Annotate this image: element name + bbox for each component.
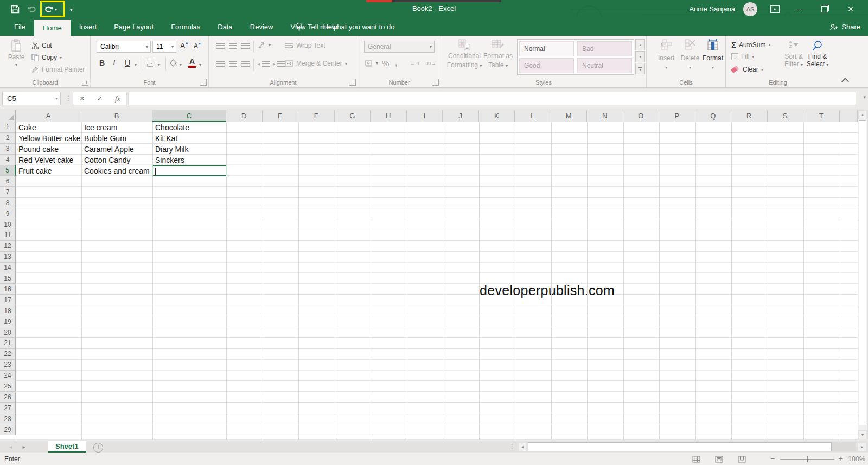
column-header-o[interactable]: O	[623, 110, 660, 122]
align-left-button[interactable]	[216, 61, 225, 67]
font-color-button[interactable]: A	[188, 58, 196, 68]
style-normal[interactable]: Normal	[519, 41, 574, 56]
close-button[interactable]: ×	[839, 0, 863, 18]
bottom-align-button[interactable]	[241, 43, 250, 49]
share-button[interactable]: Share	[829, 18, 860, 36]
cell-B3[interactable]: Caramel Apple	[84, 145, 134, 154]
tab-home[interactable]: Home	[34, 20, 71, 36]
confirm-entry-button[interactable]: ✓	[91, 94, 109, 103]
wrap-text-button[interactable]: Wrap Text	[285, 42, 326, 49]
column-header-stub[interactable]	[840, 110, 858, 122]
horizontal-scroll-track[interactable]	[832, 442, 856, 451]
row-header-4[interactable]: 4	[0, 155, 16, 165]
zoom-out-button[interactable]: −	[770, 454, 775, 463]
clear-dropdown-arrow[interactable]: ▾	[761, 67, 763, 72]
minimize-button[interactable]	[787, 0, 811, 18]
orientation-button[interactable]: ▾	[258, 42, 271, 49]
page-layout-view-button[interactable]	[713, 455, 725, 463]
find-select-button[interactable]: Find & Select ▾	[806, 40, 829, 69]
avatar[interactable]: AS	[743, 2, 757, 16]
autosum-dropdown-arrow[interactable]: ▾	[768, 42, 770, 47]
format-dropdown-arrow[interactable]: ▾	[712, 64, 714, 72]
scroll-left-button[interactable]: ◂	[518, 442, 527, 451]
decrease-indent-button[interactable]: ◂	[258, 61, 270, 67]
row-header-8[interactable]: 8	[0, 198, 16, 208]
sort-filter-button[interactable]: AZ Sort & Filter ▾	[782, 40, 805, 69]
underline-dropdown-arrow[interactable]: ▾	[135, 62, 137, 67]
merge-center-button[interactable]: Merge & Center ▾	[285, 60, 347, 67]
font-size-dropdown-arrow[interactable]: ▾	[171, 44, 174, 49]
row-header-27[interactable]: 27	[0, 403, 16, 413]
number-format-combo[interactable]: General▾	[364, 41, 435, 53]
column-header-l[interactable]: L	[515, 110, 551, 122]
normal-view-button[interactable]	[690, 455, 702, 463]
column-header-m[interactable]: M	[551, 110, 588, 122]
tab-page-layout[interactable]: Page Layout	[105, 18, 162, 36]
row-header-15[interactable]: 15	[0, 273, 16, 284]
formula-bar-expand-button[interactable]: ▾	[863, 94, 866, 100]
row-header-26[interactable]: 26	[0, 392, 16, 403]
gallery-scroll-up-button[interactable]: ▴	[635, 39, 645, 50]
percent-style-button[interactable]: %	[382, 59, 389, 68]
cell-C4[interactable]: Sinckers	[155, 156, 184, 164]
fill-dropdown-arrow[interactable]: ▾	[752, 54, 754, 59]
underline-button[interactable]: U	[125, 59, 130, 67]
row-header-21[interactable]: 21	[0, 338, 16, 349]
gallery-more-button[interactable]: ▾	[635, 63, 645, 74]
column-header-d[interactable]: D	[226, 110, 263, 122]
row-header-29[interactable]: 29	[0, 424, 16, 435]
row-header-16[interactable]: 16	[0, 284, 16, 295]
gallery-scroll-down-button[interactable]: ▾	[635, 51, 645, 62]
row-header-25[interactable]: 25	[0, 381, 16, 392]
cell-A4[interactable]: Red Velvet cake	[18, 156, 73, 164]
grow-font-button[interactable]: A▴	[180, 41, 190, 50]
font-dialog-launcher[interactable]	[200, 79, 207, 86]
row-header-24[interactable]: 24	[0, 371, 16, 381]
row-header-12[interactable]: 12	[0, 241, 16, 252]
user-name[interactable]: Annie Sanjana	[689, 5, 735, 13]
column-header-k[interactable]: K	[479, 110, 515, 122]
cut-button[interactable]: Cut	[31, 42, 52, 49]
column-header-b[interactable]: B	[81, 110, 152, 122]
cell-B1[interactable]: Ice cream	[84, 123, 117, 132]
cell-C3[interactable]: Diary Milk	[155, 145, 188, 154]
style-good[interactable]: Good	[519, 58, 574, 73]
row-header-11[interactable]: 11	[0, 230, 16, 241]
fill-color-dropdown-arrow[interactable]: ▾	[180, 62, 182, 67]
align-center-button[interactable]	[229, 61, 237, 67]
row-header-17[interactable]: 17	[0, 295, 16, 305]
delete-dropdown-arrow[interactable]: ▾	[689, 64, 691, 72]
italic-button[interactable]: I	[113, 59, 116, 67]
row-header-6[interactable]: 6	[0, 176, 16, 187]
shrink-font-button[interactable]: A▾	[194, 42, 203, 50]
clear-button[interactable]: Clear ▾	[731, 66, 763, 73]
number-dialog-launcher[interactable]	[432, 79, 439, 86]
cell-C1[interactable]: Chocolate	[155, 123, 189, 132]
vertical-scroll-thumb[interactable]	[859, 120, 866, 425]
column-header-h[interactable]: H	[371, 110, 407, 122]
restore-button[interactable]	[813, 0, 837, 18]
column-header-q[interactable]: Q	[695, 110, 732, 122]
name-box-dropdown-arrow[interactable]: ▾	[55, 96, 58, 101]
align-right-button[interactable]	[241, 61, 250, 67]
increase-decimal-button[interactable]: ←.0	[410, 61, 419, 66]
tab-insert[interactable]: Insert	[71, 18, 106, 36]
scroll-up-button[interactable]: ▴	[858, 110, 867, 119]
cell-C2[interactable]: Kit Kat	[155, 134, 177, 143]
page-break-view-button[interactable]	[736, 455, 748, 463]
tell-me-box[interactable]: Tell me what you want to do	[296, 18, 394, 36]
font-color-dropdown-arrow[interactable]: ▾	[199, 62, 201, 67]
horizontal-scrollbar[interactable]: ◂ ▸	[518, 442, 867, 451]
tab-data[interactable]: Data	[209, 18, 241, 36]
column-header-n[interactable]: N	[587, 110, 623, 122]
row-header-10[interactable]: 10	[0, 219, 16, 230]
style-bad[interactable]: Bad	[577, 41, 632, 56]
column-header-c[interactable]: C	[152, 110, 226, 122]
ribbon-display-options-button[interactable]: ▴	[763, 0, 787, 18]
cell-A1[interactable]: Cake	[18, 123, 36, 132]
alignment-dialog-launcher[interactable]	[349, 79, 356, 86]
cell-B2[interactable]: Bubble Gum	[84, 134, 126, 143]
active-cell[interactable]	[152, 165, 227, 177]
row-header-14[interactable]: 14	[0, 263, 16, 273]
row-header-22[interactable]: 22	[0, 349, 16, 360]
